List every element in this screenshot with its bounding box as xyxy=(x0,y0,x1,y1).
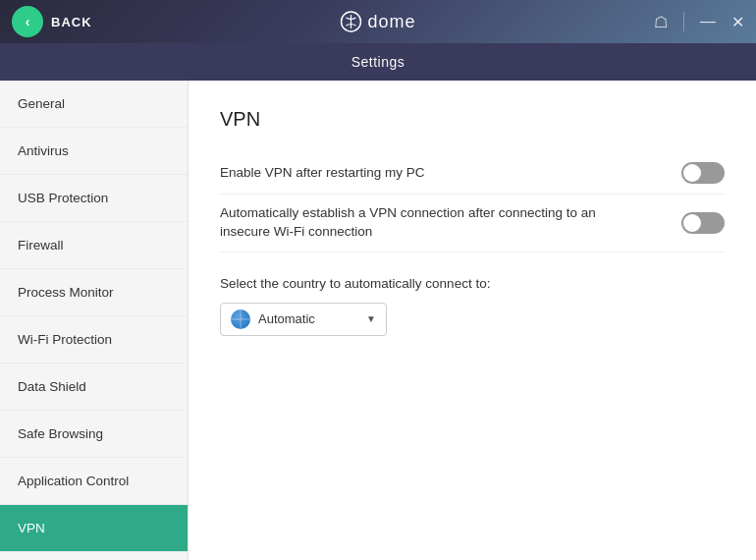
country-label: Select the country to automatically conn… xyxy=(220,276,725,291)
user-icon[interactable]: ☖ xyxy=(654,13,668,31)
toggle-auto-vpn[interactable] xyxy=(681,212,725,234)
setting-label-auto-vpn: Automatically establish a VPN connection… xyxy=(220,204,632,242)
settings-header-text: Settings xyxy=(351,54,405,70)
country-select-dropdown[interactable]: Automatic ▼ xyxy=(220,303,387,336)
sidebar-label-application-control: Application Control xyxy=(18,474,129,488)
sidebar-item-antivirus[interactable]: Antivirus xyxy=(0,128,188,175)
main-layout: General Antivirus USB Protection Firewal… xyxy=(0,81,756,560)
sidebar-item-application-control[interactable]: Application Control xyxy=(0,458,188,505)
logo-icon xyxy=(340,11,361,32)
title-bar-divider xyxy=(683,12,684,31)
title-bar-center: dome xyxy=(340,11,415,32)
page-title: VPN xyxy=(220,108,725,131)
sidebar-item-usb-protection[interactable]: USB Protection xyxy=(0,175,188,222)
globe-icon xyxy=(231,309,250,329)
close-button[interactable]: ✕ xyxy=(731,13,744,31)
back-button[interactable]: ‹ xyxy=(12,6,43,37)
sidebar-item-firewall[interactable]: Firewall xyxy=(0,222,188,269)
toggle-enable-vpn[interactable] xyxy=(681,162,725,184)
sidebar-label-process-monitor: Process Monitor xyxy=(18,285,114,300)
setting-row-enable-vpn: Enable VPN after restarting my PC xyxy=(220,152,725,195)
settings-header: Settings xyxy=(0,43,756,81)
title-bar-right: ☖ — ✕ xyxy=(654,12,744,31)
sidebar-item-wifi-protection[interactable]: Wi-Fi Protection xyxy=(0,316,188,364)
country-section: Select the country to automatically conn… xyxy=(220,276,725,336)
sidebar-item-process-monitor[interactable]: Process Monitor xyxy=(0,269,188,316)
title-bar-left: ‹ BACK xyxy=(12,6,92,37)
sidebar-item-vpn[interactable]: VPN xyxy=(0,505,188,552)
sidebar-label-safe-browsing: Safe Browsing xyxy=(18,426,103,441)
minimize-button[interactable]: — xyxy=(700,13,716,30)
sidebar: General Antivirus USB Protection Firewal… xyxy=(0,81,189,560)
sidebar-label-data-shield: Data Shield xyxy=(18,379,86,394)
sidebar-label-general: General xyxy=(18,96,65,111)
sidebar-item-general[interactable]: General xyxy=(0,81,188,128)
sidebar-label-wifi-protection: Wi-Fi Protection xyxy=(18,332,112,347)
country-select-value: Automatic xyxy=(258,311,358,326)
sidebar-label-firewall: Firewall xyxy=(18,238,64,252)
sidebar-item-data-shield[interactable]: Data Shield xyxy=(0,364,188,411)
logo-text: dome xyxy=(367,12,415,32)
setting-label-enable-vpn: Enable VPN after restarting my PC xyxy=(220,164,425,183)
setting-row-auto-vpn: Automatically establish a VPN connection… xyxy=(220,195,725,252)
sidebar-item-safe-browsing[interactable]: Safe Browsing xyxy=(0,411,188,458)
sidebar-label-antivirus: Antivirus xyxy=(18,143,69,158)
content-area: VPN Enable VPN after restarting my PC Au… xyxy=(189,81,756,560)
title-bar: ‹ BACK dome ☖ — ✕ xyxy=(0,0,756,43)
chevron-down-icon: ▼ xyxy=(366,313,376,324)
sidebar-label-usb-protection: USB Protection xyxy=(18,191,108,205)
sidebar-label-vpn: VPN xyxy=(18,521,45,535)
back-label: BACK xyxy=(51,15,92,29)
